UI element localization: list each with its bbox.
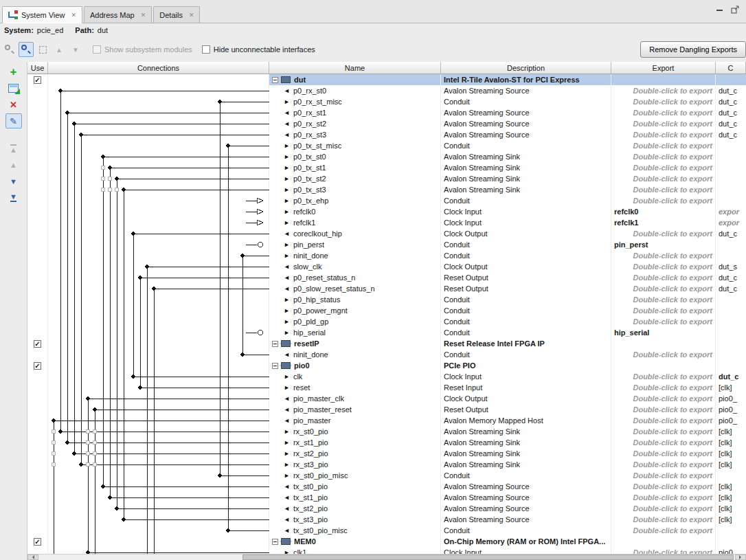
clock-domain-cell[interactable]: dut_c	[716, 96, 746, 107]
export-placeholder[interactable]: Double-click to export	[611, 272, 716, 283]
export-value[interactable]: refclk0	[611, 206, 716, 217]
table-row[interactable]: ◄p0_rx_st3Avalon Streaming SourceDouble-…	[27, 129, 746, 140]
export-placeholder[interactable]: Double-click to export	[611, 470, 716, 481]
table-row[interactable]: ◄p0_rx_st0Avalon Streaming SourceDouble-…	[27, 85, 746, 96]
export-cell[interactable]	[611, 74, 716, 85]
export-placeholder[interactable]: Double-click to export	[611, 118, 716, 129]
use-checkbox[interactable]: ✓	[34, 362, 41, 370]
table-row[interactable]: ◄p0_rx_st2Avalon Streaming SourceDouble-…	[27, 118, 746, 129]
table-row[interactable]: ►p0_hip_statusConduitDouble-click to exp…	[27, 294, 746, 305]
table-row[interactable]: ►clkClock InputDouble-click to exportdut…	[27, 371, 746, 382]
clock-domain-cell[interactable]: dut_c	[716, 118, 746, 129]
table-row[interactable]: ►p0_tx_st1Avalon Streaming SinkDouble-cl…	[27, 162, 746, 173]
table-row[interactable]: ►ninit_doneConduitDouble-click to export	[27, 250, 746, 261]
export-placeholder[interactable]: Double-click to export	[611, 426, 716, 437]
clock-domain-cell[interactable]: [clk]	[716, 459, 746, 470]
table-row[interactable]: ►rx_st3_pioAvalon Streaming SinkDouble-c…	[27, 459, 746, 470]
clock-domain-cell[interactable]: dut_c	[716, 272, 746, 283]
export-value[interactable]: refclk1	[611, 217, 716, 228]
export-placeholder[interactable]: Double-click to export	[611, 316, 716, 327]
export-placeholder[interactable]: Double-click to export	[611, 393, 716, 404]
table-row[interactable]: ◄slow_clkClock OutputDouble-click to exp…	[27, 261, 746, 272]
table-row[interactable]: ►refclk0Clock Inputrefclk0expor	[27, 206, 746, 217]
export-placeholder[interactable]: Double-click to export	[611, 96, 716, 107]
export-placeholder[interactable]: Double-click to export	[611, 140, 716, 151]
scrollbar-thumb[interactable]	[242, 555, 734, 560]
export-placeholder[interactable]: Double-click to export	[611, 415, 716, 426]
table-row[interactable]: ◄tx_st2_pioAvalon Streaming SourceDouble…	[27, 503, 746, 514]
move-down-icon[interactable]: ▼	[5, 174, 22, 189]
collapse-icon[interactable]	[272, 539, 278, 545]
table-row[interactable]: ►p0_pld_gpConduitDouble-click to export	[27, 316, 746, 327]
clock-domain-cell[interactable]: dut_c	[716, 85, 746, 96]
add-component-icon[interactable]: +	[5, 64, 22, 79]
clock-domain-cell[interactable]: pio0_	[716, 415, 746, 426]
export-placeholder[interactable]: Double-click to export	[611, 459, 716, 470]
export-placeholder[interactable]: Double-click to export	[611, 195, 716, 206]
export-cell[interactable]	[611, 338, 716, 349]
tab-address-map[interactable]: Address Map ✕	[84, 6, 152, 23]
column-header-connections[interactable]: Connections	[48, 62, 269, 74]
show-subsystem-checkbox[interactable]	[93, 45, 101, 54]
table-row[interactable]: ►p0_tx_ehpConduitDouble-click to export	[27, 195, 746, 206]
table-row[interactable]: ►rx_st1_pioAvalon Streaming SinkDouble-c…	[27, 437, 746, 448]
table-row[interactable]: ◄tx_st1_pioAvalon Streaming SourceDouble…	[27, 492, 746, 503]
table-row[interactable]: ◄tx_st0_pioAvalon Streaming SourceDouble…	[27, 481, 746, 492]
scroll-right-icon[interactable]	[735, 555, 746, 560]
clock-domain-cell[interactable]: [clk]	[716, 448, 746, 459]
table-row[interactable]: ◄p0_slow_reset_status_nReset OutputDoubl…	[27, 283, 746, 294]
export-cell[interactable]	[611, 360, 716, 371]
export-placeholder[interactable]: Double-click to export	[611, 107, 716, 118]
export-placeholder[interactable]: Double-click to export	[611, 448, 716, 459]
export-placeholder[interactable]: Double-click to export	[611, 547, 716, 554]
export-placeholder[interactable]: Double-click to export	[611, 85, 716, 96]
clock-domain-cell[interactable]: dut_c	[716, 129, 746, 140]
table-row[interactable]: ◄pio_master_resetReset OutputDouble-clic…	[27, 404, 746, 415]
table-row[interactable]: ►p0_tx_st3Avalon Streaming SinkDouble-cl…	[27, 184, 746, 195]
clock-domain-cell[interactable]: dut_c	[716, 107, 746, 118]
export-placeholder[interactable]: Double-click to export	[611, 250, 716, 261]
export-placeholder[interactable]: Double-click to export	[611, 382, 716, 393]
zoom-in-icon[interactable]	[19, 42, 34, 57]
clock-domain-cell[interactable]: [clk]	[716, 426, 746, 437]
column-header-clock[interactable]: C	[716, 62, 746, 74]
export-placeholder[interactable]: Double-click to export	[611, 492, 716, 503]
export-placeholder[interactable]: Double-click to export	[611, 404, 716, 415]
edit-icon[interactable]: ✎	[5, 113, 22, 128]
clock-domain-cell[interactable]: [clk]	[716, 503, 746, 514]
clock-domain-cell[interactable]: [clk]	[716, 514, 746, 525]
minimize-icon[interactable]	[716, 10, 723, 11]
clock-domain-cell[interactable]: [clk]	[716, 481, 746, 492]
table-row[interactable]: ►resetReset InputDouble-click to export[…	[27, 382, 746, 393]
scrollbar-track[interactable]	[38, 555, 735, 560]
tab-close-icon[interactable]: ✕	[141, 12, 146, 19]
table-row[interactable]: ►rx_st0_pioAvalon Streaming SinkDouble-c…	[27, 426, 746, 437]
clock-domain-cell[interactable]: dut_c	[716, 228, 746, 239]
export-value[interactable]: hip_serial	[611, 327, 716, 338]
table-row[interactable]: ►p0_tx_st_miscConduitDouble-click to exp…	[27, 140, 746, 151]
collapse-icon[interactable]	[272, 363, 278, 369]
table-row[interactable]: ✓pio0PCIe PIO	[27, 360, 746, 371]
table-row[interactable]: ►rx_st0_pio_miscConduitDouble-click to e…	[27, 470, 746, 481]
clock-domain-cell[interactable]: expor	[716, 206, 746, 217]
clock-domain-cell[interactable]: dut_c	[716, 371, 746, 382]
collapse-icon[interactable]	[272, 77, 278, 83]
table-row[interactable]: ►refclk1Clock Inputrefclk1expor	[27, 217, 746, 228]
export-placeholder[interactable]: Double-click to export	[611, 525, 716, 536]
collapse-all-icon[interactable]: ▲	[52, 42, 67, 57]
hide-unconnectable-option[interactable]: Hide unconnectable interfaces	[202, 45, 315, 54]
column-header-description[interactable]: Description	[441, 62, 611, 74]
export-placeholder[interactable]: Double-click to export	[611, 503, 716, 514]
use-checkbox[interactable]: ✓	[34, 538, 41, 546]
scroll-left-icon[interactable]	[27, 555, 38, 560]
table-row[interactable]: ◄tx_st0_pio_miscConduitDouble-click to e…	[27, 525, 746, 536]
table-row[interactable]: ►rx_st2_pioAvalon Streaming SinkDouble-c…	[27, 448, 746, 459]
table-row[interactable]: ✓MEM0On-Chip Memory (RAM or ROM) Intel F…	[27, 536, 746, 547]
table-row[interactable]: ◄tx_st3_pioAvalon Streaming SourceDouble…	[27, 514, 746, 525]
export-placeholder[interactable]: Double-click to export	[611, 371, 716, 382]
use-checkbox[interactable]: ✓	[34, 340, 41, 348]
clock-domain-cell[interactable]: [clk]	[716, 437, 746, 448]
table-row[interactable]: ►pin_perstConduitpin_perst	[27, 239, 746, 250]
collapse-icon[interactable]	[272, 341, 278, 347]
remove-dangling-exports-button[interactable]: Remove Dangling Exports	[640, 41, 746, 58]
